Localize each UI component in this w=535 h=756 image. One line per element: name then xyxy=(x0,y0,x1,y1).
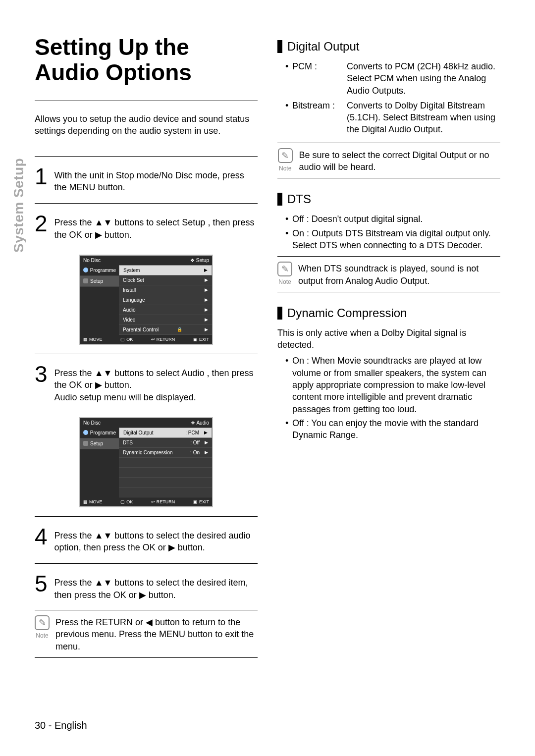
osd-screenshot-setup: No Disc ❖ Setup Programme Setup System▶C… xyxy=(79,255,213,345)
section-title: Dynamic Compression xyxy=(287,306,407,320)
section-bar-icon xyxy=(277,307,282,320)
chevron-right-icon: ▶ xyxy=(205,277,208,282)
section-title: DTS xyxy=(287,192,311,206)
section-title: Digital Output xyxy=(287,40,359,54)
dts-off: •Off : Doesn't output digital signal. xyxy=(285,213,500,225)
step-text: Press the ▲▼ buttons to select the desir… xyxy=(54,574,258,601)
chevron-right-icon: ▶ xyxy=(205,307,208,312)
osd-top-left: No Disc xyxy=(83,258,101,263)
osd-hint-return: ↩ RETURN xyxy=(151,337,175,342)
osd-empty-row xyxy=(119,458,212,468)
def-desc: Converts to Dolby Digital Bitstream (5.1… xyxy=(347,100,500,136)
dyn-intro: This is only active when a Dolby Digital… xyxy=(277,327,500,351)
page-footer: 30 - English xyxy=(35,720,87,731)
step-text: Press the ▲▼ buttons to select Setup , t… xyxy=(54,214,258,241)
osd-menu-row: Digital Output: PCM▶ xyxy=(119,428,212,438)
note-dts: ✎ Note When DTS soundtrack is played, so… xyxy=(277,256,500,292)
osd-hint-ok: ▢ OK xyxy=(120,337,133,342)
step-3: 3 Press the ▲▼ buttons to select Audio ,… xyxy=(35,359,258,408)
step-number: 5 xyxy=(35,574,48,594)
note-text: When DTS soundtrack is played, sound is … xyxy=(298,262,500,287)
osd-menu-row: DTS: Off▶ xyxy=(119,438,212,448)
programme-icon xyxy=(83,430,88,435)
step-number: 1 xyxy=(35,166,48,187)
osd-menu-row: Install▶ xyxy=(119,285,212,295)
page-title: Setting Up the Audio Options xyxy=(35,35,258,85)
pencil-icon: ✎ xyxy=(277,262,292,276)
note-label: Note xyxy=(277,165,293,172)
chevron-right-icon: ▶ xyxy=(205,297,208,302)
gear-icon xyxy=(83,441,88,446)
osd-empty-row xyxy=(119,487,212,497)
def-term: Bitstream : xyxy=(292,100,347,111)
osd-hint-move: ▦ MOVE xyxy=(83,499,103,504)
pencil-icon: ✎ xyxy=(35,615,50,630)
osd-empty-row xyxy=(119,468,212,478)
osd-menu-row: Parental Control🔒▶ xyxy=(119,325,212,335)
step-text: With the unit in Stop mode/No Disc mode,… xyxy=(54,166,258,194)
section-bar-icon xyxy=(277,40,282,53)
dyn-on: •On : When Movie soundtracks are played … xyxy=(285,355,500,415)
chevron-right-icon: ▶ xyxy=(204,430,208,435)
osd-top-left: No Disc xyxy=(83,420,101,426)
osd-menu-row: Clock Set▶ xyxy=(119,275,212,285)
osd-menu-row: System▶ xyxy=(119,265,212,275)
section-digital-output: Digital Output xyxy=(277,40,500,54)
osd-menu-row: Dynamic Compression: On▶ xyxy=(119,448,212,458)
osd-screenshot-audio: No Disc ❖ Audio Programme Setup Digital … xyxy=(79,417,213,507)
osd-side-programme: Programme xyxy=(80,265,119,276)
note-text: Be sure to select the correct Digital Ou… xyxy=(299,148,500,173)
def-desc: Converts to PCM (2CH) 48kHz audio. Selec… xyxy=(347,60,500,97)
gear-icon xyxy=(83,278,88,283)
osd-top-right: ❖ Setup xyxy=(190,258,209,263)
chevron-right-icon: ▶ xyxy=(205,317,208,322)
digital-output-bitstream: • Bitstream : Converts to Dolby Digital … xyxy=(285,100,500,136)
step-number: 4 xyxy=(35,527,48,547)
step-text: Press the ▲▼ buttons to select the desir… xyxy=(54,527,258,554)
note-block: ✎ Note Press the RETURN or ◀ button to r… xyxy=(35,610,258,658)
osd-top-right: ❖ Audio xyxy=(191,420,209,426)
chevron-right-icon: ▶ xyxy=(205,440,208,445)
section-dynamic-compression: Dynamic Compression xyxy=(277,306,500,320)
chevron-right-icon: ▶ xyxy=(205,287,208,292)
osd-side-programme: Programme xyxy=(80,428,119,438)
intro-text: Allows you to setup the audio device and… xyxy=(35,113,258,137)
osd-hint-exit: ▣ EXIT xyxy=(193,499,209,504)
osd-hint-return: ↩ RETURN xyxy=(151,499,175,504)
title-rule xyxy=(35,101,258,101)
dts-on: •On : Outputs DTS Bitstream via digital … xyxy=(285,227,500,252)
section-dts: DTS xyxy=(277,192,500,206)
note-digital-output: ✎ Note Be sure to select the correct Dig… xyxy=(277,143,500,179)
left-column: Setting Up the Audio Options Allows you … xyxy=(35,35,258,658)
chevron-right-icon: ▶ xyxy=(205,450,208,455)
note-text: Press the RETURN or ◀ button to return t… xyxy=(55,615,258,652)
digital-output-pcm: • PCM : Converts to PCM (2CH) 48kHz audi… xyxy=(285,60,500,97)
programme-icon xyxy=(83,268,88,272)
osd-menu-row: Video▶ xyxy=(119,315,212,325)
note-label: Note xyxy=(277,278,292,285)
note-label: Note xyxy=(35,632,50,639)
osd-hint-move: ▦ MOVE xyxy=(83,337,103,342)
step-4: 4 Press the ▲▼ buttons to select the des… xyxy=(35,522,258,559)
osd-side-setup: Setup xyxy=(80,276,119,287)
osd-empty-row xyxy=(119,478,212,487)
chevron-right-icon: ▶ xyxy=(205,327,208,332)
section-side-label: System Setup xyxy=(11,158,27,253)
osd-menu-row: Audio▶ xyxy=(119,305,212,315)
step-number: 2 xyxy=(35,214,48,234)
pencil-icon: ✎ xyxy=(278,148,293,163)
right-column: Digital Output • PCM : Converts to PCM (… xyxy=(277,35,500,658)
osd-hint-ok: ▢ OK xyxy=(120,499,133,504)
dyn-off: •Off : You can enjoy the movie with the … xyxy=(285,417,500,441)
section-bar-icon xyxy=(277,193,282,206)
def-term: PCM : xyxy=(292,60,347,72)
osd-side-setup: Setup xyxy=(80,438,119,449)
chevron-right-icon: ▶ xyxy=(204,268,208,272)
step-text: Press the ▲▼ buttons to select Audio , t… xyxy=(54,364,258,403)
lock-icon: 🔒 xyxy=(177,327,182,332)
osd-menu-row: Language▶ xyxy=(119,295,212,305)
step-2: 2 Press the ▲▼ buttons to select Setup ,… xyxy=(35,209,258,246)
step-1: 1 With the unit in Stop mode/No Disc mod… xyxy=(35,162,258,199)
step-5: 5 Press the ▲▼ buttons to select the des… xyxy=(35,569,258,606)
osd-hint-exit: ▣ EXIT xyxy=(193,337,209,342)
